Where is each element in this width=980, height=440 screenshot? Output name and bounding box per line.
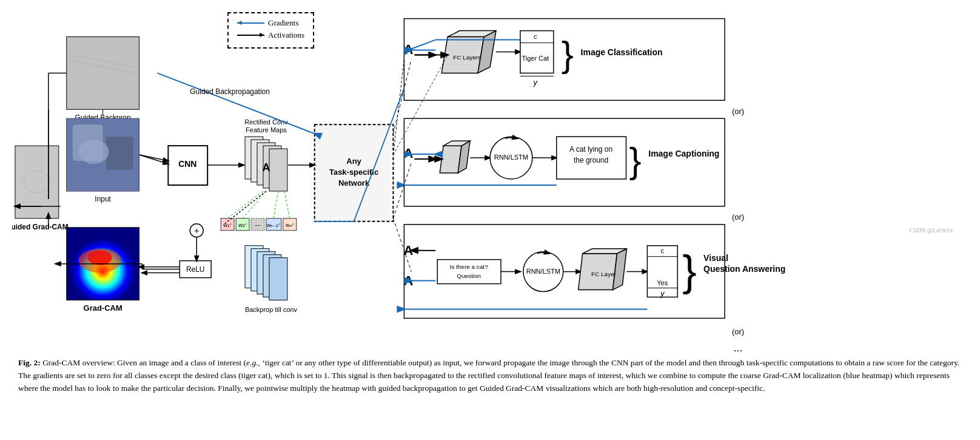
- svg-text:Question Answering: Question Answering: [703, 264, 785, 274]
- svg-text:FC Layers: FC Layers: [453, 54, 481, 61]
- svg-text:RNN/LSTM: RNN/LSTM: [494, 154, 528, 161]
- svg-text:}: }: [562, 34, 574, 75]
- svg-text:Yes: Yes: [657, 279, 668, 286]
- svg-text:Any: Any: [346, 157, 361, 166]
- svg-rect-10: [106, 137, 133, 170]
- svg-text:Backprop till conv: Backprop till conv: [245, 306, 297, 313]
- svg-text:Guided Grad-CAM: Guided Grad-CAM: [12, 223, 69, 231]
- svg-text:c: c: [534, 33, 537, 40]
- svg-rect-59: [269, 258, 287, 300]
- svg-text:Feature Maps: Feature Maps: [246, 126, 287, 134]
- svg-rect-17: [15, 146, 59, 218]
- svg-text:w₁ᶜ: w₁ᶜ: [223, 222, 231, 228]
- svg-line-67: [227, 191, 263, 218]
- svg-text:Grad-CAM: Grad-CAM: [84, 303, 122, 313]
- svg-line-70: [284, 191, 290, 218]
- svg-text:+: +: [194, 226, 199, 235]
- caption-paragraph: Fig. 2: Grad-CAM overview: Given an imag…: [18, 357, 962, 395]
- svg-text:Question: Question: [457, 272, 481, 279]
- legend-gradients: ◄ Gradients: [237, 18, 304, 28]
- svg-text:Rectified Conv: Rectified Conv: [244, 118, 288, 126]
- svg-text:Is there a cat?: Is there a cat?: [450, 263, 489, 270]
- svg-line-148: [157, 73, 314, 134]
- caption-area: Fig. 2: Grad-CAM overview: Given an imag…: [12, 357, 968, 395]
- svg-text:(or): (or): [732, 327, 744, 336]
- legend-activations: ► Activations: [237, 30, 304, 40]
- svg-text:Tiger Cat: Tiger Cat: [522, 55, 549, 62]
- svg-text:wₙᶜ: wₙᶜ: [285, 222, 294, 228]
- svg-text:RNN/LSTM: RNN/LSTM: [526, 268, 560, 275]
- svg-text:c: c: [661, 247, 665, 254]
- svg-text:}: }: [629, 140, 641, 181]
- svg-text:CNN: CNN: [178, 159, 196, 169]
- svg-text:ReLU: ReLU: [186, 265, 205, 274]
- svg-line-146: [393, 55, 404, 146]
- svg-text:w₂ᶜ: w₂ᶜ: [238, 222, 246, 228]
- svg-text:Guided Backpropagation: Guided Backpropagation: [190, 87, 270, 96]
- diagram-area: ◄ Gradients ► Activations: [12, 6, 968, 352]
- svg-rect-0: [67, 37, 139, 110]
- activations-label: Activations: [268, 30, 304, 40]
- svg-line-68: [243, 191, 266, 218]
- svg-text:—: —: [255, 222, 260, 228]
- svg-line-69: [274, 191, 278, 218]
- caption-eg: e.g.,: [246, 358, 260, 367]
- svg-text:the ground: the ground: [574, 156, 608, 164]
- svg-text:Network: Network: [338, 178, 370, 188]
- gradients-label: Gradients: [268, 18, 299, 28]
- svg-point-15: [88, 251, 112, 265]
- caption-text1: Grad-CAM overview: Given an image and a …: [42, 358, 246, 367]
- svg-text:Image Classification: Image Classification: [581, 47, 663, 57]
- diagram-svg: Guided Backprop × Input Grad-CAM Guided …: [12, 6, 968, 352]
- svg-text:Image Captioning: Image Captioning: [648, 149, 719, 158]
- svg-text:Input: Input: [95, 195, 111, 203]
- main-container: ◄ Gradients ► Activations: [0, 0, 980, 401]
- svg-text:(or): (or): [732, 107, 744, 116]
- svg-text:FC Layer: FC Layer: [591, 271, 617, 277]
- svg-text:}: }: [682, 247, 696, 294]
- svg-text:...: ...: [733, 342, 742, 352]
- svg-text:wₙ₋₁ᶜ: wₙ₋₁ᶜ: [266, 222, 280, 228]
- svg-rect-40: [269, 149, 287, 191]
- svg-line-150: [139, 155, 168, 164]
- legend-box: ◄ Gradients ► Activations: [227, 12, 314, 49]
- svg-text:A: A: [403, 146, 413, 161]
- svg-text:(or): (or): [732, 212, 744, 222]
- svg-text:Visual: Visual: [703, 253, 728, 263]
- svg-point-11: [79, 140, 109, 164]
- fig-label: Fig. 2:: [18, 358, 41, 367]
- svg-line-141: [393, 59, 404, 155]
- svg-text:A: A: [262, 161, 270, 174]
- svg-text:A cat lying on: A cat lying on: [569, 145, 612, 154]
- watermark: CSDN @LeOv1n: [910, 227, 953, 234]
